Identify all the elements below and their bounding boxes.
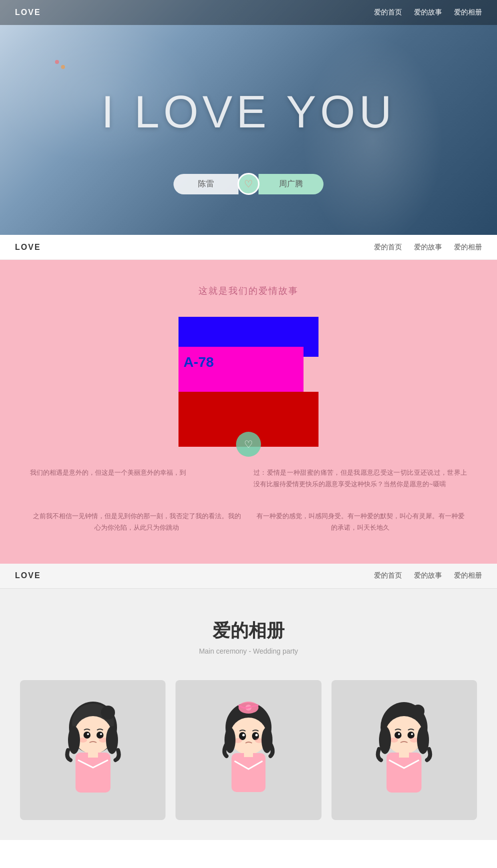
hero-nav-logo: LOVE <box>15 8 41 17</box>
svg-point-33 <box>398 733 400 735</box>
svg-rect-24 <box>232 753 266 792</box>
story-text-left: 我们的相遇是意外的，但这是一个美丽意外的幸福，到 <box>30 467 244 490</box>
hero-nav-link-home[interactable]: 爱的首页 <box>374 8 402 17</box>
cartoon-girl-1 <box>20 680 166 820</box>
story-text-bottom-left: 之前我不相信一见钟情，但是见到你的那一刻，我否定了我的看法。我的心为你沦陷，从此… <box>30 510 244 534</box>
story-middle: A-78 上遮麻下 ♡ <box>30 317 467 447</box>
svg-rect-25 <box>244 751 253 757</box>
nav2-link-story[interactable]: 爱的故事 <box>414 243 442 252</box>
story-circle-icon: ♡ <box>236 432 261 457</box>
story-texts-bottom: 之前我不相信一见钟情，但是见到你的那一刻，我否定了我的看法。我的心为你沦陷，从此… <box>30 510 467 534</box>
album-section: 爱的相册 Main ceremony - Wedding party <box>0 589 497 840</box>
svg-point-30 <box>385 716 423 754</box>
album-card-2[interactable] <box>176 680 321 820</box>
hero-decoration <box>55 60 65 70</box>
svg-rect-10 <box>76 753 110 793</box>
nav3-links: 爱的首页 爱的故事 爱的相册 <box>374 571 482 580</box>
hero-nav-links: 爱的首页 爱的故事 爱的相册 <box>374 8 482 17</box>
svg-point-34 <box>411 733 413 735</box>
nav2-logo: LOVE <box>15 243 41 252</box>
nav2-link-album[interactable]: 爱的相册 <box>454 243 482 252</box>
album-grid <box>20 680 477 820</box>
svg-rect-37 <box>386 753 422 793</box>
svg-point-5 <box>96 732 104 739</box>
svg-point-35 <box>390 738 398 743</box>
svg-point-4 <box>84 732 90 739</box>
cartoon-girl-2 <box>176 680 321 820</box>
svg-point-31 <box>394 732 402 739</box>
couple-heart-icon: ♡ <box>238 173 260 195</box>
nav3-link-album[interactable]: 爱的相册 <box>454 571 482 580</box>
hero-nav: LOVE 爱的首页 爱的故事 爱的相册 <box>0 0 497 25</box>
svg-point-8 <box>79 738 87 743</box>
cartoon-girl-3 <box>332 680 477 820</box>
glitch-text-1: A-78 <box>184 354 214 370</box>
svg-point-20 <box>242 734 244 736</box>
svg-point-32 <box>408 732 414 739</box>
svg-point-36 <box>410 738 418 743</box>
svg-point-17 <box>230 718 267 755</box>
album-card-3[interactable] <box>332 680 477 820</box>
glitch-image: A-78 上遮麻下 <box>178 317 318 447</box>
hero-section: LOVE 爱的首页 爱的故事 爱的相册 I LOVE YOU 陈雷 ♡ 周广腾 <box>0 0 497 235</box>
hero-couple: 陈雷 ♡ 周广腾 <box>174 173 324 195</box>
story-text-bottom-right: 有一种爱的感觉，叫感同身受。有一种爱的默契，叫心有灵犀。有一种爱的承诺，叫天长地… <box>254 510 467 534</box>
nav3-link-home[interactable]: 爱的首页 <box>374 571 402 580</box>
album-title: 爱的相册 <box>20 619 477 643</box>
nav3-logo: LOVE <box>15 571 41 580</box>
svg-rect-38 <box>399 750 409 758</box>
nav3-link-story[interactable]: 爱的故事 <box>414 571 442 580</box>
couple-name-right: 周广腾 <box>258 174 324 194</box>
svg-point-2 <box>101 706 115 720</box>
svg-point-6 <box>87 733 89 735</box>
hero-title: I LOVE YOU <box>102 86 396 138</box>
story-title: 这就是我们的爱情故事 <box>30 285 467 297</box>
svg-point-9 <box>99 738 107 743</box>
story-texts: 我们的相遇是意外的，但这是一个美丽意外的幸福，到 过：爱情是一种甜蜜的痛苦，但是… <box>30 467 467 490</box>
svg-point-7 <box>100 733 102 735</box>
album-subtitle: Main ceremony - Wedding party <box>20 647 477 655</box>
svg-point-21 <box>255 734 258 736</box>
nav2-link-home[interactable]: 爱的首页 <box>374 243 402 252</box>
svg-rect-11 <box>88 750 98 758</box>
nav2-links: 爱的首页 爱的故事 爱的相册 <box>374 243 482 252</box>
story-section: 这就是我们的爱情故事 A-78 上遮麻下 ♡ 我们的相遇是意外的，但这是一个美丽… <box>0 260 497 564</box>
story-text-right: 过：爱情是一种甜蜜的痛苦，但是我愿意忍受这一切比亚还说过，世界上没有比服待爱情更… <box>254 467 467 490</box>
album-card-1[interactable] <box>20 680 166 820</box>
hero-nav-link-album[interactable]: 爱的相册 <box>454 8 482 17</box>
secondary-nav: LOVE 爱的首页 爱的故事 爱的相册 <box>0 235 497 260</box>
couple-name-left: 陈雷 <box>174 174 238 194</box>
hero-nav-link-story[interactable]: 爱的故事 <box>414 8 442 17</box>
svg-point-3 <box>74 716 112 754</box>
tertiary-nav: LOVE 爱的首页 爱的故事 爱的相册 <box>0 564 497 589</box>
svg-point-29 <box>412 705 424 718</box>
